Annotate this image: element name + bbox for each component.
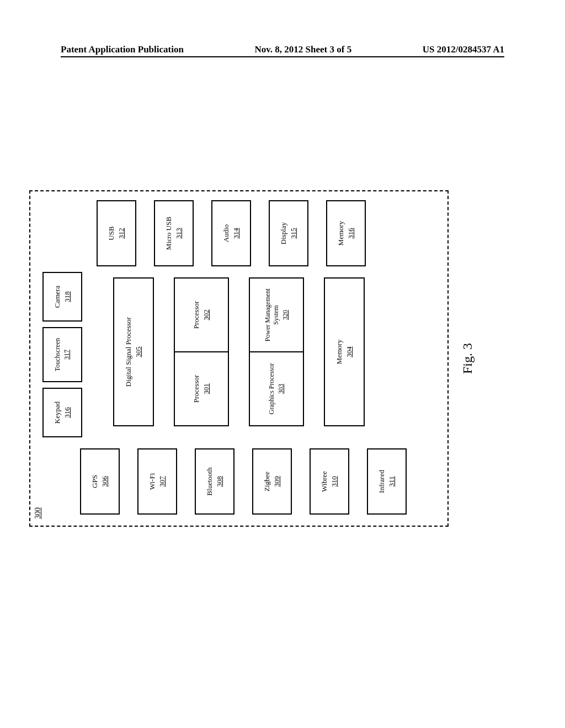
block-keypad-ref: 316 [63, 407, 72, 418]
block-zigbee-ref: 309 [273, 476, 281, 487]
figure-label: Fig. 3 [460, 343, 475, 374]
block-gps: GPS 306 [80, 448, 120, 515]
block-pms-ref: 320 [281, 310, 290, 320]
block-display-label: Display [279, 222, 288, 244]
block-wibree-label: Wibree [320, 471, 329, 492]
block-gfx-ref: 303 [277, 384, 285, 394]
block-memory-main-label: Memory [335, 340, 344, 365]
block-gfx-label: Graphics Processor [268, 363, 276, 415]
block-proc1-ref: 301 [202, 383, 211, 394]
block-proc1-label: Processor [192, 375, 201, 403]
block-infrared: Infrared 311 [367, 448, 407, 515]
block-dsp-ref: 305 [134, 346, 143, 357]
block-memory-label: Memory [337, 221, 345, 246]
block-proc2-label: Processor [192, 301, 201, 329]
block-camera: Camera 318 [42, 272, 82, 322]
block-display-ref: 315 [289, 228, 298, 239]
header-left: Patent Application Publication [61, 44, 184, 55]
block-wibree: Wibree 310 [310, 448, 349, 515]
block-touchscreen: Touchscreen 317 [42, 327, 82, 382]
block-microusb-ref: 313 [174, 228, 183, 239]
block-usb-label: USB [107, 226, 116, 240]
block-bluetooth: Bluetooth 308 [195, 448, 234, 515]
block-camera-label: Camera [53, 286, 62, 308]
block-display: Display 315 [269, 200, 308, 266]
header-center: Nov. 8, 2012 Sheet 3 of 5 [254, 44, 351, 55]
block-audio-ref: 314 [232, 228, 241, 239]
block-memory-main: Memory 304 [324, 277, 365, 426]
block-proc1: Processor 301 [175, 352, 228, 425]
block-usb-ref: 312 [117, 228, 126, 239]
block-gps-label: GPS [90, 475, 99, 488]
device-container: 300 GPS 306 Wi-Fi 307 Bluetooth 308 Zigb… [29, 190, 449, 527]
page-header: Patent Application Publication Nov. 8, 2… [0, 44, 565, 55]
block-wibree-ref: 310 [330, 476, 339, 487]
block-keypad: Keypad 316 [42, 388, 82, 437]
block-memory-ref: 316 [347, 228, 355, 239]
block-dsp-label: Digital Signal Processor [124, 317, 133, 387]
block-memory: Memory 316 [326, 200, 366, 266]
block-audio: Audio 314 [211, 200, 251, 266]
block-camera-ref: 318 [63, 291, 72, 302]
block-processors: Processor 301 Processor 302 [174, 277, 229, 426]
block-usb: USB 312 [97, 200, 136, 266]
block-dsp: Digital Signal Processor 305 [113, 277, 154, 426]
block-bluetooth-ref: 308 [215, 476, 224, 487]
block-zigbee-label: Zigbee [263, 472, 271, 491]
block-audio-label: Audio [222, 224, 231, 243]
figure-area: 300 GPS 306 Wi-Fi 307 Bluetooth 308 Zigb… [29, 190, 449, 527]
header-right: US 2012/0284537 A1 [423, 44, 504, 55]
block-gps-ref: 306 [100, 476, 109, 487]
block-microusb: Micro USB 313 [154, 200, 194, 266]
block-wifi: Wi-Fi 307 [137, 448, 177, 515]
block-memory-main-ref: 304 [345, 346, 354, 357]
header-rule [61, 56, 504, 57]
block-wifi-ref: 307 [158, 476, 167, 487]
block-pms-label: Power Management System [264, 281, 280, 349]
block-gfx-pms: Graphics Processor 303 Power Management … [249, 277, 304, 426]
block-wifi-label: Wi-Fi [148, 473, 157, 490]
block-keypad-label: Keypad [53, 402, 62, 424]
block-bluetooth-label: Bluetooth [205, 467, 214, 495]
device-ref: 300 [34, 507, 42, 519]
block-proc2: Processor 302 [175, 279, 228, 352]
block-infrared-ref: 311 [387, 476, 396, 486]
block-touchscreen-ref: 317 [63, 350, 71, 360]
block-zigbee: Zigbee 309 [252, 448, 292, 515]
block-gfx: Graphics Processor 303 [250, 352, 303, 425]
block-proc2-ref: 302 [202, 309, 211, 320]
block-infrared-label: Infrared [377, 470, 386, 493]
block-touchscreen-label: Touchscreen [54, 338, 62, 371]
block-microusb-label: Micro USB [164, 217, 173, 250]
block-pms: Power Management System 320 [250, 279, 303, 352]
